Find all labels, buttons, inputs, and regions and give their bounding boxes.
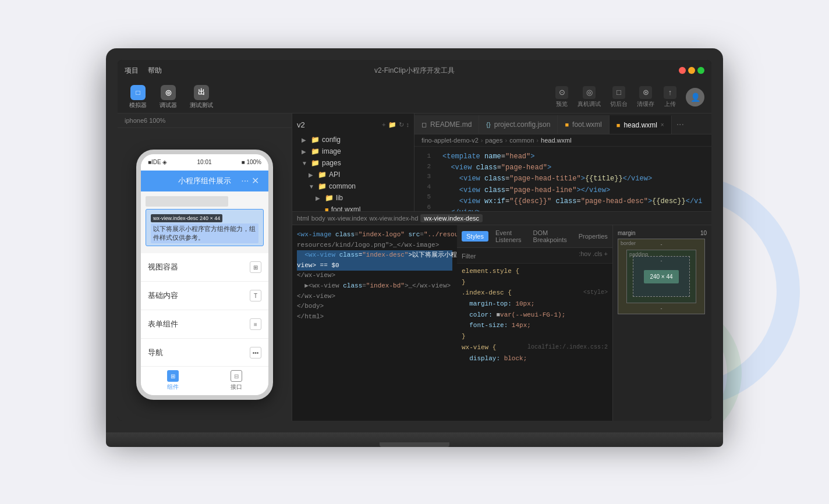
tree-common[interactable]: ▼ 📁 common <box>292 180 414 192</box>
filter-hint: :hov .cls + <box>579 250 608 257</box>
tree-item-label: image <box>322 147 341 155</box>
phone-menu-basic-content[interactable]: 基础内容 T <box>141 282 268 310</box>
app-window: 项目 帮助 v2-FinClip小程序开发工具 □ <box>118 60 711 421</box>
breadcrumb-item-2[interactable]: common <box>509 137 534 144</box>
nav-interface-label: 接口 <box>231 383 242 391</box>
box-model-diagram: - - border - padding - <box>618 239 705 314</box>
toolbar-upload-action[interactable]: ↑ 上传 <box>664 86 676 108</box>
file-explorer: v2 + 📁 ↻ ↕ <box>292 113 414 211</box>
html-line-4: view> == $0 <box>297 261 452 271</box>
tab-close-button[interactable]: × <box>661 122 664 128</box>
toolbar-clearcache-action[interactable]: ⊛ 清缓存 <box>637 86 654 108</box>
menu-project[interactable]: 项目 <box>125 66 139 76</box>
tab-head-icon: ■ <box>617 122 621 129</box>
tab-head-label: head.wxml <box>623 121 657 129</box>
html-line-3: <wx-view class="index-desc">以下将展示小程序官方组件… <box>297 250 452 261</box>
tab-readme-label: README.md <box>430 120 472 129</box>
html-bc-body[interactable]: body <box>311 215 325 222</box>
html-bc-desc[interactable]: wx-view.index-desc <box>420 214 483 222</box>
toolbar-cutlog-action[interactable]: □ 切后台 <box>610 86 628 108</box>
folder-icon: 📁 <box>318 182 327 190</box>
style-wx-view-rule: wx-view { localfile:/.index.css:2 displa… <box>462 342 608 364</box>
phone-menu-view-container[interactable]: 视图容器 ⊞ <box>141 253 268 282</box>
toolbar: □ 模拟器 ◎ 调试器 出 测试测试 <box>118 81 711 113</box>
menu-form-label: 表单组件 <box>148 319 178 329</box>
code-editor[interactable]: 1 2 3 4 5 6 7 8 <box>414 147 711 211</box>
menu-view-icon: ⊞ <box>250 261 261 273</box>
html-line-1: <wx-image class="index-logo" src="../res… <box>297 230 452 240</box>
phone-title: 小程序组件展示 <box>178 176 231 186</box>
tab-foot[interactable]: ■ foot.wxml <box>558 115 609 134</box>
simulate-icon: □ <box>130 85 146 100</box>
phone-menu-btn[interactable]: ··· ✕ <box>241 175 259 186</box>
debug-label: 调试器 <box>160 101 177 109</box>
tree-arrow-icon: ▶ <box>302 148 309 155</box>
phone-menu-form[interactable]: 表单组件 ≡ <box>141 310 268 339</box>
html-line-7: </wx-view> <box>297 292 452 302</box>
border-label: border <box>621 240 636 246</box>
realtest-icon: ◎ <box>583 86 596 99</box>
upload-label: 上传 <box>664 100 676 108</box>
explorer-refresh-icon[interactable]: ↻ <box>399 121 404 129</box>
window-minimize-button[interactable] <box>688 67 695 74</box>
explorer-collapse-icon[interactable]: ↕ <box>406 121 410 129</box>
html-bc-index[interactable]: wx-view.index <box>328 215 367 222</box>
html-bc-html[interactable]: html <box>297 215 309 222</box>
styles-tab-properties[interactable]: Properties <box>574 231 612 242</box>
tree-lib[interactable]: ▶ 📁 lib <box>292 192 414 204</box>
phone-title-bar: 小程序组件展示 ··· ✕ <box>141 171 268 191</box>
window-maximize-button[interactable] <box>697 67 704 74</box>
box-border: - padding - 240 × 44 <box>626 250 696 303</box>
menu-help[interactable]: 帮助 <box>148 66 162 76</box>
tree-item-label: lib <box>336 194 343 202</box>
nav-interface[interactable]: ⊟ 接口 <box>205 370 269 391</box>
html-bc-hd[interactable]: wx-view.index-hd <box>370 215 419 222</box>
breadcrumb-item-0[interactable]: fino-applet-demo-v2 <box>421 137 479 144</box>
folder-icon: 📁 <box>311 147 320 155</box>
code-line-2: <view class="page-head"> <box>442 162 704 173</box>
tree-item-label: config <box>322 136 341 144</box>
toolbar-test-button[interactable]: 出 测试测试 <box>185 83 218 112</box>
nav-component-icon: ⊞ <box>167 370 179 382</box>
tree-config[interactable]: ▶ 📁 config <box>292 134 414 145</box>
tree-api[interactable]: ▶ 📁 API <box>292 169 414 180</box>
box-model-panel: margin 10 - - border <box>612 225 711 421</box>
test-label: 测试测试 <box>190 101 213 109</box>
folder-icon: 📁 <box>318 171 327 179</box>
styles-content: element.style { } .index-desc { <style> … <box>457 264 612 421</box>
tab-readme[interactable]: ◻ README.md <box>414 115 479 134</box>
title-bar: 项目 帮助 v2-FinClip小程序开发工具 <box>118 60 711 81</box>
code-line-6: </view> <box>442 207 704 211</box>
tab-project-config[interactable]: {} project.config.json <box>479 115 558 134</box>
tab-head[interactable]: ■ head.wxml × <box>610 115 672 134</box>
menu-nav-label: 导航 <box>148 347 163 358</box>
html-line-5: </wx-view> <box>297 271 452 281</box>
toolbar-preview-action[interactable]: ⊙ 预览 <box>555 86 568 108</box>
tree-pages[interactable]: ▼ 📁 pages <box>292 157 414 169</box>
nav-component[interactable]: ⊞ 组件 <box>141 370 205 391</box>
tree-item-label: foot.wxml <box>331 205 361 211</box>
phone-menu-nav[interactable]: 导航 ••• <box>141 339 268 367</box>
toolbar-realtest-action[interactable]: ◎ 真机调试 <box>578 86 601 108</box>
user-avatar[interactable]: 👤 <box>686 88 704 107</box>
tree-arrow-icon: ▼ <box>309 183 316 190</box>
tree-image[interactable]: ▶ 📁 image <box>292 145 414 157</box>
style-index-desc-rule: .index-desc { <style> margin-top: 10px; … <box>462 288 608 342</box>
tree-item-label: common <box>329 182 356 190</box>
toolbar-simulate-button[interactable]: □ 模拟器 <box>125 83 151 112</box>
tree-foot-wxml[interactable]: ▶ ■ foot.wxml <box>292 204 414 211</box>
styles-tab-dom[interactable]: DOM Breakpoints <box>529 228 572 245</box>
explorer-new-file-icon[interactable]: + <box>382 121 385 129</box>
explorer-new-folder-icon[interactable]: 📁 <box>388 121 396 129</box>
breadcrumb-item-1[interactable]: pages <box>486 137 503 144</box>
window-close-button[interactable] <box>679 67 686 74</box>
explorer-root-label: v2 <box>297 120 305 129</box>
phone-status-bar: ■IDE ◈ 10:01 ■ 100% <box>141 154 268 171</box>
tab-more-button[interactable]: ··· <box>672 115 689 134</box>
styles-tab-event[interactable]: Event Listeners <box>491 228 526 245</box>
phone-status-left: ■IDE ◈ <box>148 159 168 165</box>
app-title: v2-FinClip小程序开发工具 <box>374 66 455 76</box>
editor-row: v2 + 📁 ↻ ↕ <box>292 113 711 211</box>
toolbar-debug-button[interactable]: ◎ 调试器 <box>155 83 182 112</box>
styles-tab-styles[interactable]: Styles <box>462 231 488 242</box>
